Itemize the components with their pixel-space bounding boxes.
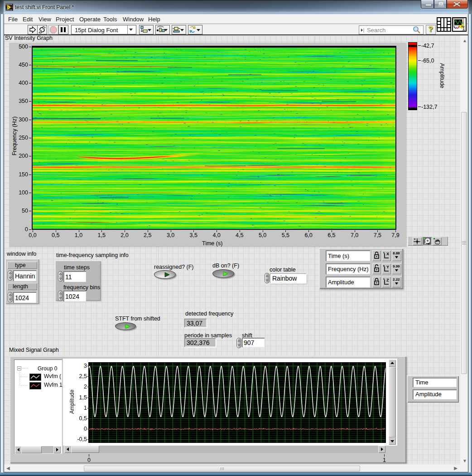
svg-text:Z: Z — [386, 278, 389, 282]
svg-text:Y: Y — [386, 265, 389, 269]
svg-text:X: X — [386, 252, 389, 256]
